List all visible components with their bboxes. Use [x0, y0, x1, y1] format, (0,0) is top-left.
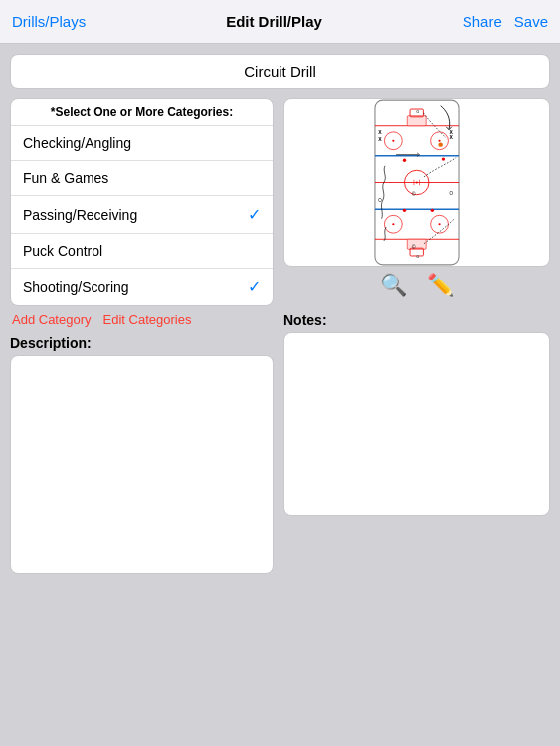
rink-controls: 🔍 ✏️ [283, 267, 550, 304]
category-item[interactable]: Puck Control [11, 234, 273, 269]
description-label: Description: [10, 335, 274, 351]
svg-point-31 [442, 157, 445, 160]
main-content: Circuit Drill *Select One or More Catego… [0, 44, 560, 746]
category-name: Passing/Receiving [23, 207, 137, 223]
nav-back[interactable]: Drills/Plays [12, 13, 86, 30]
back-link[interactable]: Drills/Plays [12, 13, 86, 30]
category-name: Checking/Angling [23, 135, 131, 151]
edit-button[interactable]: ✏️ [427, 273, 454, 298]
edit-categories-link[interactable]: Edit Categories [103, 312, 192, 327]
main-layout: *Select One or More Categories: Checking… [10, 98, 550, 516]
header-actions: Share Save [463, 13, 548, 30]
svg-point-15 [438, 223, 440, 225]
checkmark-icon: ✓ [248, 278, 261, 296]
checkmark-icon: ✓ [248, 205, 261, 224]
add-category-link[interactable]: Add Category [12, 312, 92, 327]
svg-text:O: O [450, 191, 454, 196]
pencil-icon: ✏️ [427, 273, 454, 297]
category-list: Checking/AnglingFun & GamesPassing/Recei… [11, 126, 273, 305]
hockey-rink[interactable]: X X X X O O G G © © [283, 98, 550, 267]
share-button[interactable]: Share [463, 13, 502, 30]
page-title: Edit Drill/Play [226, 13, 322, 30]
category-name: Fun & Games [23, 170, 108, 186]
category-item[interactable]: Passing/Receiving✓ [11, 196, 273, 234]
zoom-button[interactable]: 🔍 [380, 273, 407, 298]
category-item[interactable]: Shooting/Scoring✓ [11, 269, 273, 305]
notes-label: Notes: [283, 312, 550, 328]
notes-box[interactable] [283, 332, 550, 516]
notes-section: Notes: [283, 312, 550, 516]
categories-box: *Select One or More Categories: Checking… [10, 98, 274, 306]
drill-title[interactable]: Circuit Drill [10, 54, 550, 89]
save-button[interactable]: Save [514, 13, 548, 30]
svg-point-11 [438, 140, 440, 142]
svg-text:G: G [416, 109, 419, 114]
svg-point-9 [392, 140, 394, 142]
right-panel: X X X X O O G G © © [283, 98, 550, 516]
zoom-icon: 🔍 [380, 273, 407, 297]
category-name: Puck Control [23, 243, 102, 259]
svg-text:©: © [412, 244, 416, 250]
app-header: Drills/Plays Edit Drill/Play Share Save [0, 0, 560, 44]
svg-text:G: G [416, 254, 419, 259]
left-panel: *Select One or More Categories: Checking… [10, 98, 274, 516]
svg-point-13 [392, 223, 394, 225]
category-name: Shooting/Scoring [23, 280, 129, 295]
svg-point-30 [403, 159, 406, 162]
svg-text:©: © [412, 191, 416, 197]
svg-point-7 [416, 181, 418, 183]
svg-point-34 [438, 142, 442, 146]
category-item[interactable]: Fun & Games [11, 161, 273, 196]
description-box[interactable] [10, 355, 274, 574]
category-links: Add Category Edit Categories [10, 312, 274, 327]
category-item[interactable]: Checking/Angling [11, 126, 273, 161]
svg-point-32 [403, 209, 406, 212]
svg-point-33 [431, 209, 434, 212]
categories-header: *Select One or More Categories: [11, 99, 273, 126]
